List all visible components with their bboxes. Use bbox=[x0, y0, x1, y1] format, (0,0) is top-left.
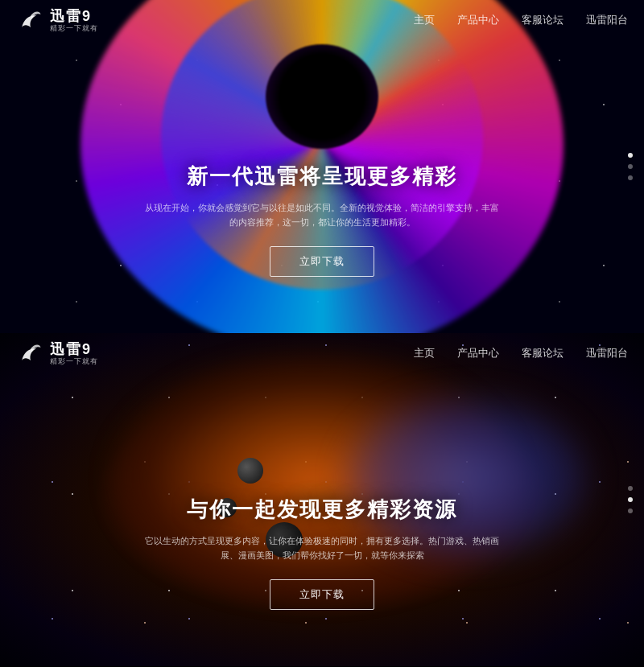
section1-title: 新一代迅雷将呈现更多精彩 bbox=[187, 163, 457, 191]
planet-1 bbox=[237, 458, 263, 484]
logo-text-2: 迅雷9 精彩一下就有 bbox=[50, 342, 98, 365]
black-hole bbox=[266, 44, 378, 149]
nav-platform-1[interactable]: 迅雷阳台 bbox=[586, 13, 628, 27]
section1-dots bbox=[628, 153, 633, 180]
section1-description: 从现在开始，你就会感觉到它与以往是如此不同。全新的视觉体验，简洁的引擎支持，丰富… bbox=[145, 200, 499, 230]
section2-title: 与你一起发现更多精彩资源 bbox=[187, 496, 457, 524]
navbar-2: 迅雷9 精彩一下就有 主页 产品中心 客服论坛 迅雷阳台 bbox=[0, 333, 644, 373]
nav-links-1: 主页 产品中心 客服论坛 迅雷阳台 bbox=[414, 13, 628, 27]
logo-sub-2: 精彩一下就有 bbox=[50, 358, 98, 365]
nav-support-1[interactable]: 客服论坛 bbox=[522, 13, 564, 27]
dot-2-3[interactable] bbox=[628, 508, 633, 513]
section-1: 迅雷9 精彩一下就有 主页 产品中心 客服论坛 迅雷阳台 新一代迅雷将呈现更多精… bbox=[0, 0, 644, 333]
section-2: 迅雷9 精彩一下就有 主页 产品中心 客服论坛 迅雷阳台 与你一起发现更多精彩资… bbox=[0, 333, 644, 666]
nav-home-1[interactable]: 主页 bbox=[414, 13, 435, 27]
logo-bird-icon-2 bbox=[16, 339, 45, 368]
nav-platform-2[interactable]: 迅雷阳台 bbox=[586, 346, 628, 360]
dot-1-1[interactable] bbox=[628, 153, 633, 158]
logo-sub-1: 精彩一下就有 bbox=[50, 25, 98, 32]
logo-text-1: 迅雷9 精彩一下就有 bbox=[50, 9, 98, 32]
logo-name-1: 迅雷9 bbox=[50, 9, 98, 23]
logo-area-2: 迅雷9 精彩一下就有 bbox=[16, 339, 98, 368]
nav-links-2: 主页 产品中心 客服论坛 迅雷阳台 bbox=[414, 346, 628, 360]
section2-description: 它以生动的方式呈现更多内容，让你在体验极速的同时，拥有更多选择。热门游戏、热销画… bbox=[145, 533, 499, 563]
logo-bird-icon bbox=[16, 6, 45, 35]
logo-name-2: 迅雷9 bbox=[50, 342, 98, 356]
nav-support-2[interactable]: 客服论坛 bbox=[522, 346, 564, 360]
logo-area-1: 迅雷9 精彩一下就有 bbox=[16, 6, 98, 35]
dot-2-2[interactable] bbox=[628, 497, 633, 502]
nav-home-2[interactable]: 主页 bbox=[414, 346, 435, 360]
section2-download-button[interactable]: 立即下载 bbox=[270, 579, 374, 610]
nav-products-1[interactable]: 产品中心 bbox=[457, 13, 499, 27]
dot-2-1[interactable] bbox=[628, 486, 633, 491]
dot-1-3[interactable] bbox=[628, 175, 633, 180]
dot-1-2[interactable] bbox=[628, 164, 633, 169]
nav-products-2[interactable]: 产品中心 bbox=[457, 346, 499, 360]
section1-content: 新一代迅雷将呈现更多精彩 从现在开始，你就会感觉到它与以往是如此不同。全新的视觉… bbox=[0, 163, 644, 277]
section1-download-button[interactable]: 立即下载 bbox=[270, 246, 374, 277]
section2-dots bbox=[628, 486, 633, 513]
navbar-1: 迅雷9 精彩一下就有 主页 产品中心 客服论坛 迅雷阳台 bbox=[0, 0, 644, 40]
section2-content: 与你一起发现更多精彩资源 它以生动的方式呈现更多内容，让你在体验极速的同时，拥有… bbox=[0, 496, 644, 610]
